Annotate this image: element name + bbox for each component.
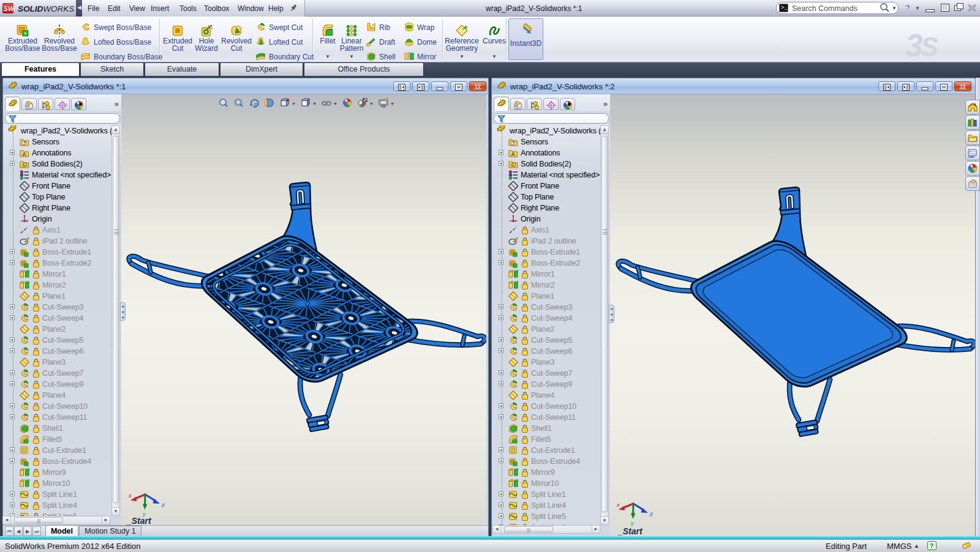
svg-text:A: A <box>511 151 515 157</box>
svg-text:z: z <box>649 510 653 517</box>
svg-text:z: z <box>161 501 165 508</box>
svg-text:x: x <box>616 501 620 508</box>
svg-text:SW: SW <box>4 5 15 12</box>
svg-text:?: ? <box>930 543 933 550</box>
svg-text:y: y <box>630 520 635 526</box>
svg-text:A: A <box>22 151 26 157</box>
svg-text:x: x <box>128 492 132 499</box>
